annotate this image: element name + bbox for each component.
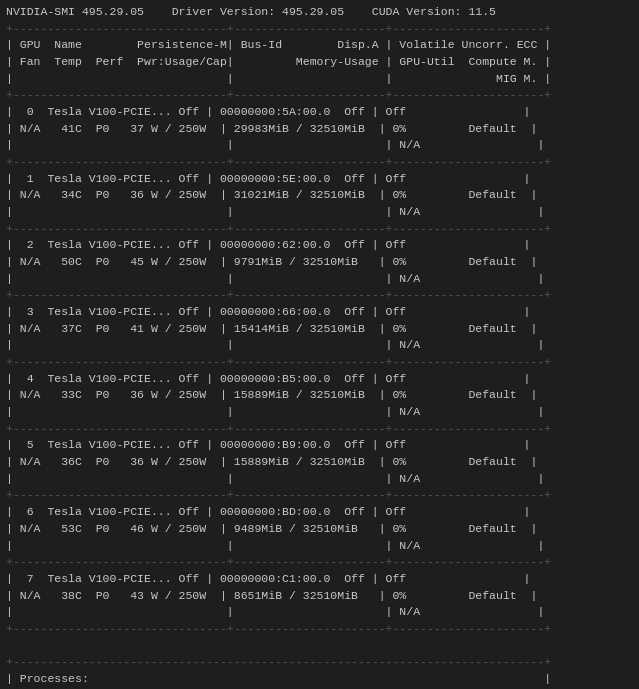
gpu-row-5-line1: | 5 Tesla V100-PCIE... Off | 00000000:B9… xyxy=(6,438,531,451)
smi-version-line: NVIDIA-SMI 495.29.05 Driver Version: 495… xyxy=(6,5,496,18)
gpu-row-3-line1: | 3 Tesla V100-PCIE... Off | 00000000:66… xyxy=(6,305,531,318)
col-header-1: | GPU Name Persistence-M| Bus-Id Disp.A … xyxy=(6,38,551,51)
gpu-row-0-line1: | 0 Tesla V100-PCIE... Off | 00000000:5A… xyxy=(6,105,531,118)
gpu-row-0-line2: | N/A 41C P0 37 W / 250W | 29983MiB / 32… xyxy=(6,122,537,135)
gpu-row-0-line3: | | | N/A | xyxy=(6,138,544,151)
gpu-row-5-line2: | N/A 36C P0 36 W / 250W | 15889MiB / 32… xyxy=(6,455,537,468)
nvidia-smi-output: NVIDIA-SMI 495.29.05 Driver Version: 495… xyxy=(0,0,639,689)
gpu-row-6-line1: | 6 Tesla V100-PCIE... Off | 00000000:BD… xyxy=(6,505,531,518)
terminal-window: NVIDIA-SMI 495.29.05 Driver Version: 495… xyxy=(0,0,639,689)
gpu-row-4-line1: | 4 Tesla V100-PCIE... Off | 00000000:B5… xyxy=(6,372,531,385)
gpu-row-6-line3: | | | N/A | xyxy=(6,539,544,552)
gpu-row-5-line3: | | | N/A | xyxy=(6,472,544,485)
gpu-row-2-line3: | | | N/A | xyxy=(6,272,544,285)
col-header-3: | | | MIG M. | xyxy=(6,72,551,85)
gpu-row-1-line1: | 1 Tesla V100-PCIE... Off | 00000000:5E… xyxy=(6,172,531,185)
gpu-row-3-line3: | | | N/A | xyxy=(6,338,544,351)
gpu-row-7-line3: | | | N/A | xyxy=(6,605,544,618)
gpu-row-2-line2: | N/A 50C P0 45 W / 250W | 9791MiB / 325… xyxy=(6,255,537,268)
gpu-row-7-line1: | 7 Tesla V100-PCIE... Off | 00000000:C1… xyxy=(6,572,531,585)
gpu-row-2-line1: | 2 Tesla V100-PCIE... Off | 00000000:62… xyxy=(6,238,531,251)
gpu-row-6-line2: | N/A 53C P0 46 W / 250W | 9489MiB / 325… xyxy=(6,522,537,535)
gpu-row-1-line3: | | | N/A | xyxy=(6,205,544,218)
gpu-row-7-line2: | N/A 38C P0 43 W / 250W | 8651MiB / 325… xyxy=(6,589,537,602)
process-top-sep: +---------------------------------------… xyxy=(6,655,551,668)
col-header-2: | Fan Temp Perf Pwr:Usage/Cap| Memory-Us… xyxy=(6,55,551,68)
gpu-row-4-line3: | | | N/A | xyxy=(6,405,544,418)
gpu-row-1-line2: | N/A 34C P0 36 W / 250W | 31021MiB / 32… xyxy=(6,188,537,201)
gpu-row-3-line2: | N/A 37C P0 41 W / 250W | 15414MiB / 32… xyxy=(6,322,537,335)
processes-header: | Processes: | xyxy=(6,672,551,685)
gpu-row-4-line2: | N/A 33C P0 36 W / 250W | 15889MiB / 32… xyxy=(6,388,537,401)
